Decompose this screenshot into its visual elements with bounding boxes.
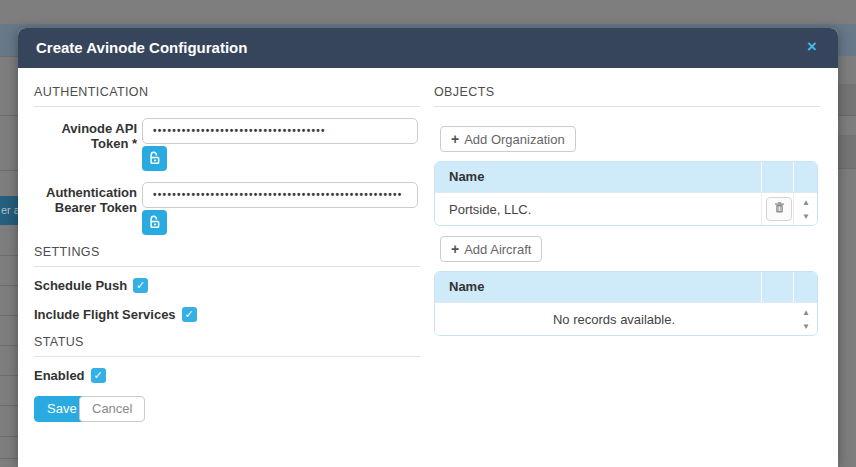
no-records-text: No records available.: [435, 303, 793, 336]
bearer-token-label: Authentication Bearer Token: [34, 185, 137, 215]
background-table-band: [838, 135, 856, 168]
column-separator: [761, 193, 762, 226]
create-avinode-configuration-dialog: Create Avinode Configuration × AUTHENTIC…: [18, 28, 838, 467]
background-divider: [0, 405, 18, 406]
close-icon[interactable]: ×: [800, 28, 824, 68]
scroll-down-icon[interactable]: ▼: [795, 212, 817, 221]
background-divider: [838, 168, 856, 169]
aircraft-table: Name No records available. ▲ ▼: [434, 271, 818, 336]
enabled-row: Enabled ✓: [34, 367, 106, 383]
add-aircraft-button[interactable]: +Add Aircraft: [440, 236, 542, 262]
include-flight-services-row: Include Flight Services ✓: [34, 306, 197, 322]
column-separator: [761, 272, 762, 302]
organizations-table-header: Name: [435, 162, 817, 192]
background-divider: [0, 56, 18, 57]
organization-name-cell: Portside, LLC.: [449, 193, 531, 226]
plus-icon: +: [451, 131, 459, 147]
screen: er a Create Avinode Configuration × AUTH…: [0, 0, 856, 467]
bearer-token-label-line2: Bearer Token: [34, 200, 137, 215]
column-separator: [793, 193, 794, 226]
name-column-header: Name: [449, 272, 484, 302]
enabled-label: Enabled: [34, 368, 85, 383]
background-divider: [0, 458, 18, 459]
scroll-up-icon[interactable]: ▲: [795, 198, 817, 207]
dialog-title: Create Avinode Configuration: [36, 28, 247, 68]
authentication-section-heading: AUTHENTICATION: [34, 85, 420, 107]
check-icon: ✓: [185, 308, 194, 320]
column-separator: [761, 162, 762, 192]
check-icon: ✓: [136, 279, 145, 291]
schedule-push-row: Schedule Push ✓: [34, 277, 148, 293]
avinode-api-token-input[interactable]: ••••••••••••••••••••••••••••••••••••: [142, 118, 418, 144]
status-section-heading: STATUS: [34, 335, 420, 357]
aircraft-table-header: Name: [435, 272, 817, 302]
organization-row: Portside, LLC. ▲ ▼: [435, 192, 817, 225]
settings-section-heading: SETTINGS: [34, 245, 420, 267]
dialog-header: Create Avinode Configuration ×: [18, 28, 838, 68]
include-flight-services-label: Include Flight Services: [34, 307, 176, 322]
background-divider: [0, 255, 18, 256]
background-divider: [0, 436, 18, 437]
add-organization-label: Add Organization: [464, 132, 564, 147]
delete-organization-button[interactable]: [766, 197, 792, 221]
unlock-icon: [147, 214, 162, 232]
include-flight-services-checkbox[interactable]: ✓: [182, 307, 197, 322]
background-divider: [0, 115, 18, 116]
objects-section-heading: OBJECTS: [434, 85, 820, 107]
check-icon: ✓: [93, 369, 102, 381]
background-divider: [0, 315, 18, 316]
column-separator: [793, 272, 794, 302]
scroll-up-icon[interactable]: ▲: [795, 308, 817, 317]
bearer-token-label-line1: Authentication: [34, 185, 137, 200]
aircraft-empty-row: No records available. ▲ ▼: [435, 302, 817, 335]
background-divider: [0, 285, 18, 286]
api-token-label: Avinode API Token *: [34, 121, 137, 151]
bearer-token-lock-button[interactable]: [142, 210, 167, 235]
trash-icon: [773, 201, 786, 217]
add-organization-button[interactable]: +Add Organization: [440, 126, 576, 152]
background-table-band: [838, 84, 856, 115]
name-column-header: Name: [449, 162, 484, 192]
background-divider: [838, 115, 856, 116]
unlock-icon: [147, 150, 162, 168]
scroll-down-icon[interactable]: ▼: [795, 322, 817, 331]
schedule-push-label: Schedule Push: [34, 278, 127, 293]
api-token-label-line1: Avinode API: [34, 121, 137, 136]
bearer-token-input[interactable]: ••••••••••••••••••••••••••••••••••••••••…: [142, 182, 418, 208]
background-divider: [0, 345, 18, 346]
cancel-button[interactable]: Cancel: [79, 396, 145, 422]
background-divider: [0, 375, 18, 376]
enabled-checkbox[interactable]: ✓: [91, 368, 106, 383]
api-token-label-line2: Token *: [34, 136, 137, 151]
background-selected-row: er a: [0, 196, 18, 225]
background-divider: [0, 170, 18, 171]
organizations-table: Name Portside, LLC.: [434, 161, 818, 226]
api-token-lock-button[interactable]: [142, 146, 167, 171]
column-separator: [793, 162, 794, 192]
add-aircraft-label: Add Aircraft: [464, 242, 531, 257]
schedule-push-checkbox[interactable]: ✓: [133, 278, 148, 293]
plus-icon: +: [451, 241, 459, 257]
